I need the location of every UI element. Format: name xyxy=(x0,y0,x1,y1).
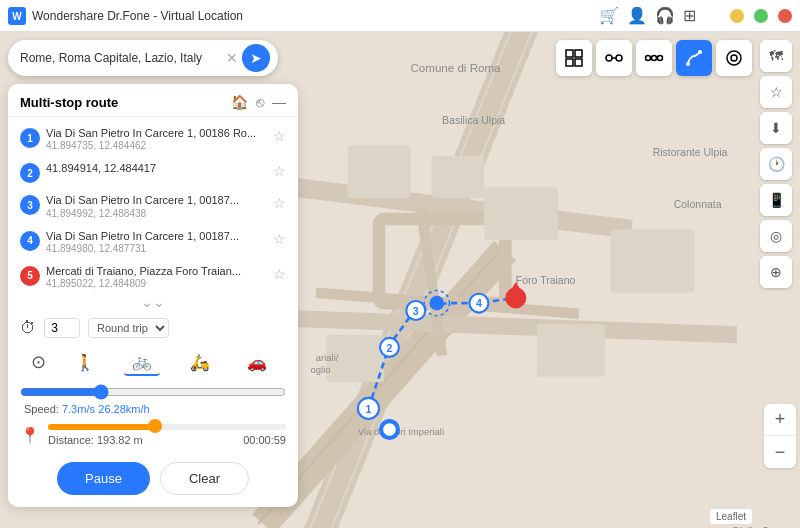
route-num-5: 5 xyxy=(20,266,40,286)
minimize-button[interactable] xyxy=(730,9,744,23)
svg-rect-35 xyxy=(566,50,573,57)
search-go-button[interactable]: ➤ xyxy=(242,44,270,72)
titlebar: W Wondershare Dr.Fone - Virtual Location… xyxy=(0,0,800,32)
route-item-2[interactable]: 2 41.894914, 12.484417 ☆ xyxy=(16,156,290,188)
route-text-2: 41.894914, 12.484417 xyxy=(46,161,273,175)
search-clear-button[interactable]: ✕ xyxy=(226,50,238,66)
route-star-5[interactable]: ☆ xyxy=(273,266,286,282)
transport-walk[interactable]: 🚶 xyxy=(67,348,103,376)
transport-scooter[interactable]: 🛵 xyxy=(182,348,218,376)
toolbar-button-0[interactable] xyxy=(556,40,592,76)
svg-point-50 xyxy=(727,51,741,65)
route-item-5[interactable]: 5 Mercati di Traiano, Piazza Foro Traian… xyxy=(16,259,290,292)
headset-icon[interactable]: 🎧 xyxy=(655,6,675,25)
route-item-3[interactable]: 3 Via Di San Pietro In Carcere 1, 00187.… xyxy=(16,188,290,223)
route-addr-1: Via Di San Pietro In Carcere 1, 00186 Ro… xyxy=(46,126,273,140)
app-title: Wondershare Dr.Fone - Virtual Location xyxy=(32,9,599,23)
route-text-5: Mercati di Traiano, Piazza Foro Traian..… xyxy=(46,264,273,289)
svg-rect-5 xyxy=(432,156,485,198)
route-star-2[interactable]: ☆ xyxy=(273,163,286,179)
panel-export-icon[interactable]: ⎋ xyxy=(256,94,264,110)
sidebar-target-button[interactable]: ⊕ xyxy=(760,256,792,288)
route-text-3: Via Di San Pietro In Carcere 1, 00187...… xyxy=(46,193,273,218)
sidebar-location-button[interactable]: ◎ xyxy=(760,220,792,252)
toolbar-button-4[interactable] xyxy=(716,40,752,76)
svg-text:Comune di Roma: Comune di Roma xyxy=(411,62,502,74)
panel-collapse-icon[interactable]: — xyxy=(272,94,286,110)
route-star-3[interactable]: ☆ xyxy=(273,195,286,211)
app-icon: W xyxy=(8,7,26,25)
svg-point-34 xyxy=(383,423,396,436)
transport-car[interactable]: 🚗 xyxy=(239,348,275,376)
trip-type-select[interactable]: Round trip xyxy=(88,318,169,338)
speedometer-icon: ⊙ xyxy=(31,351,46,373)
sidebar-clock-button[interactable]: 🕐 xyxy=(760,148,792,180)
route-coords-3: 41.894992, 12.488438 xyxy=(46,208,273,219)
toolbar-button-2[interactable] xyxy=(636,40,672,76)
zoom-controls: + − xyxy=(764,404,796,468)
search-input[interactable]: Rome, Roma Capitale, Lazio, Italy xyxy=(20,51,226,65)
distance-indicator xyxy=(148,419,162,433)
svg-text:Colonnata: Colonnata xyxy=(674,198,722,210)
route-item-4[interactable]: 4 Via Di San Pietro In Carcere 1, 00187.… xyxy=(16,224,290,259)
distance-bar-fill xyxy=(48,424,155,430)
cart-icon[interactable]: 🛒 xyxy=(599,6,619,25)
route-num-1: 1 xyxy=(20,128,40,148)
route-text-4: Via Di San Pietro In Carcere 1, 00187...… xyxy=(46,229,273,254)
svg-point-43 xyxy=(652,56,657,61)
speed-kmh-value: 26.28km/h xyxy=(98,403,149,415)
time-value: 00:00:59 xyxy=(243,434,286,446)
toolbar-button-3[interactable] xyxy=(676,40,712,76)
svg-rect-8 xyxy=(537,324,605,377)
svg-text:3: 3 xyxy=(413,305,419,317)
route-addr-4: Via Di San Pietro In Carcere 1, 00187... xyxy=(46,229,273,243)
toolbar-button-1[interactable] xyxy=(596,40,632,76)
chevron-expand[interactable]: ⌄⌄ xyxy=(8,292,298,312)
profile-icon[interactable]: 👤 xyxy=(627,6,647,25)
clear-button[interactable]: Clear xyxy=(160,462,249,495)
panel-save-icon[interactable]: 🏠 xyxy=(231,94,248,110)
route-star-4[interactable]: ☆ xyxy=(273,231,286,247)
transport-row: ⊙ 🚶 🚲 🛵 🚗 xyxy=(8,344,298,380)
search-bar: Rome, Roma Capitale, Lazio, Italy ✕ ➤ xyxy=(8,40,278,76)
svg-text:Foro Traiano: Foro Traiano xyxy=(516,274,576,286)
panel-header: Multi-stop route 🏠 ⎋ — xyxy=(8,84,298,117)
route-text-1: Via Di San Pietro In Carcere 1, 00186 Ro… xyxy=(46,126,273,151)
close-button[interactable] xyxy=(778,9,792,23)
loop-count-input[interactable] xyxy=(44,318,80,338)
distance-progress-bar xyxy=(48,424,286,430)
sidebar-download-button[interactable]: ⬇ xyxy=(760,112,792,144)
svg-point-40 xyxy=(616,55,622,61)
svg-rect-38 xyxy=(575,59,582,66)
main-area: Comune di Roma Basilica Ulpia Ristorante… xyxy=(0,32,800,528)
sidebar-map-button[interactable]: 🗺 xyxy=(760,40,792,72)
svg-point-27 xyxy=(429,296,444,311)
map-area[interactable]: Comune di Roma Basilica Ulpia Ristorante… xyxy=(0,32,800,528)
zoom-out-button[interactable]: − xyxy=(764,436,796,468)
maximize-button[interactable] xyxy=(754,9,768,23)
speed-slider[interactable] xyxy=(20,384,286,400)
distance-value: Distance: 193.82 m xyxy=(48,434,143,446)
speed-row: Speed: 7.3m/s 26.28km/h xyxy=(8,380,298,420)
pause-button[interactable]: Pause xyxy=(57,462,150,495)
svg-text:4: 4 xyxy=(476,297,482,309)
route-item-1[interactable]: 1 Via Di San Pietro In Carcere 1, 00186 … xyxy=(16,121,290,156)
svg-text:ariali/: ariali/ xyxy=(316,352,339,363)
distance-text: 193.82 m xyxy=(97,434,143,446)
sidebar-star-button[interactable]: ☆ xyxy=(760,76,792,108)
go-arrow-icon: ➤ xyxy=(250,50,262,66)
svg-text:1: 1 xyxy=(365,403,371,415)
sidebar-phone-button[interactable]: 📱 xyxy=(760,184,792,216)
grid-icon[interactable]: ⊞ xyxy=(683,6,696,25)
speed-ms-value: 7.3m/s xyxy=(62,403,95,415)
zoom-in-button[interactable]: + xyxy=(764,404,796,436)
svg-text:W: W xyxy=(12,11,22,22)
route-addr-2: 41.894914, 12.484417 xyxy=(46,161,273,175)
svg-text:Ristorante Ulpia: Ristorante Ulpia xyxy=(653,146,728,158)
distance-row: 📍 Distance: 193.82 m 00:00:59 xyxy=(8,420,298,454)
svg-point-47 xyxy=(686,62,690,66)
route-star-1[interactable]: ☆ xyxy=(273,128,286,144)
transport-bike[interactable]: 🚲 xyxy=(124,348,160,376)
route-coords-5: 41.895022, 12.484809 xyxy=(46,278,273,289)
bottom-buttons: Pause Clear xyxy=(8,454,298,495)
